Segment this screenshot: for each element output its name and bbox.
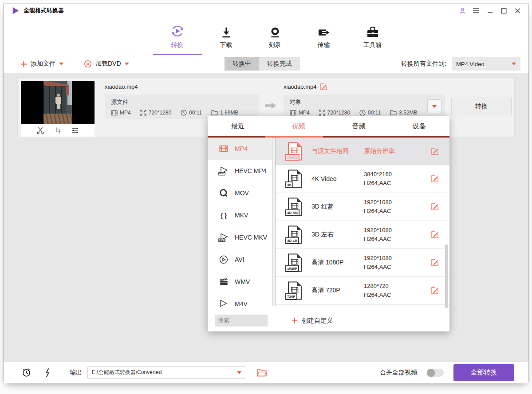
output-format-select[interactable]: MP4 Video xyxy=(452,57,520,71)
crop-icon[interactable] xyxy=(54,127,61,134)
preset-resolution: 1920*1080 xyxy=(364,198,422,207)
format-label: MOV xyxy=(235,189,249,197)
nav-tab-download[interactable]: 下载 xyxy=(207,17,245,55)
close-icon[interactable] xyxy=(512,6,522,15)
format-item-mp4[interactable]: MP4 xyxy=(208,138,272,160)
menu-icon[interactable] xyxy=(471,6,481,15)
output-path-input[interactable] xyxy=(89,370,237,376)
video-thumbnail[interactable] xyxy=(21,81,95,137)
format-icon xyxy=(218,299,229,309)
nav-tab-transfer[interactable]: 传输 xyxy=(305,17,343,55)
thumbnail-toolbar xyxy=(21,124,95,137)
format-item-wmv[interactable]: WMV xyxy=(208,271,272,293)
preset-item[interactable]: 3D LR 3D 左右 1920*1080 H264,AAC xyxy=(276,221,449,249)
format-label: AVI xyxy=(235,256,244,263)
format-item-avi[interactable]: AVI xyxy=(208,248,272,271)
tab-converting[interactable]: 转换中 xyxy=(225,57,259,71)
app-window: 全能格式转换器 xyxy=(3,4,529,382)
format-label: MKV xyxy=(235,212,248,219)
format-dropdown-button[interactable] xyxy=(427,99,441,113)
preset-badge: 3D RB xyxy=(285,209,299,216)
convert-all-to-label: 转换所有文件到: xyxy=(401,60,446,68)
maximize-icon[interactable] xyxy=(499,6,508,15)
trim-scissors-icon[interactable] xyxy=(36,126,44,134)
format-icon xyxy=(218,188,229,198)
minimize-icon[interactable] xyxy=(485,6,495,15)
edit-preset-icon[interactable] xyxy=(431,231,439,239)
folder-icon xyxy=(211,110,218,115)
panel-tab-audio[interactable]: 音频 xyxy=(329,116,389,136)
transfer-icon xyxy=(317,24,331,39)
format-list-column: MP4 HEVC HEVC MP4 MOV { } MKV HEVC HEVC … xyxy=(208,138,276,310)
edit-preset-icon[interactable] xyxy=(431,175,439,183)
add-files-label: 添加文件 xyxy=(31,60,55,68)
preset-badge: 3D LR xyxy=(285,237,299,244)
preset-item[interactable]: 1080P 高清 1080P 1920*1080 H264,AAC xyxy=(276,249,449,277)
edit-preset-icon[interactable] xyxy=(431,287,439,295)
format-item-hevc-mkv[interactable]: HEVC HEVC MKV xyxy=(208,226,272,248)
format-icon xyxy=(218,143,229,154)
photo xyxy=(43,81,72,124)
target-title: 对象 xyxy=(290,98,439,106)
filters-icon[interactable] xyxy=(71,127,79,134)
preset-name: 3D 左右 xyxy=(311,231,364,239)
preset-file-icon: 3D LR xyxy=(287,225,303,244)
preset-item[interactable]: 720P 高清 720P 1280*720 H264,AAC xyxy=(276,277,449,305)
preset-codec: H264,AAC xyxy=(364,263,422,272)
preset-item[interactable]: 3D RB 3D 红蓝 1920*1080 H264,AAC xyxy=(276,193,449,221)
panel-tab-device[interactable]: 设备 xyxy=(389,116,449,136)
format-item-m4v[interactable]: M4V xyxy=(208,293,272,310)
main-nav: 转换 下载 刻录 传输 工具箱 xyxy=(4,17,528,55)
source-file-name: xiaodao.mp4 xyxy=(105,83,138,90)
target-resolution: 720*1280 xyxy=(327,110,350,116)
create-custom-button[interactable]: 创建自定义 xyxy=(292,317,333,325)
load-dvd-button[interactable]: 加载DVD xyxy=(84,60,129,68)
caret-down-icon xyxy=(432,105,437,108)
preset-resolution: 1280*720 xyxy=(364,282,422,291)
preset-badge: source xyxy=(285,154,299,161)
rename-edit-icon[interactable] xyxy=(320,83,327,91)
edit-preset-icon[interactable] xyxy=(431,259,439,267)
preset-file-icon: 4K xyxy=(287,169,303,188)
convert-all-button[interactable]: 全部转换 xyxy=(453,364,514,381)
preset-item[interactable]: 4K 4K Video 3840*2160 H264,AAC xyxy=(276,165,449,193)
edit-preset-icon[interactable] xyxy=(431,203,439,211)
caret-down-icon xyxy=(512,63,516,65)
target-format: MP4 xyxy=(299,110,310,116)
nav-tab-convert[interactable]: 转换 xyxy=(158,17,197,55)
user-icon[interactable] xyxy=(457,6,467,15)
preset-scrollbar-thumb[interactable] xyxy=(445,244,448,308)
search-input[interactable] xyxy=(215,315,268,327)
merge-toggle[interactable] xyxy=(427,369,444,377)
preset-item[interactable]: source 与源文件相同 原始分辨率 xyxy=(276,138,449,165)
source-size: 1.69MB xyxy=(220,110,238,116)
svg-text:HEVC: HEVC xyxy=(219,239,225,241)
schedule-alarm-icon[interactable] xyxy=(21,367,32,378)
output-path-select[interactable] xyxy=(87,366,246,379)
tab-converted[interactable]: 转换完成 xyxy=(259,57,300,71)
format-icon xyxy=(218,276,229,287)
open-folder-icon[interactable] xyxy=(257,369,267,377)
format-item-mov[interactable]: MOV xyxy=(208,182,272,204)
add-files-button[interactable]: 添加文件 xyxy=(20,60,63,68)
panel-tab-video[interactable]: 视频 xyxy=(268,116,328,136)
clock-icon xyxy=(181,110,187,116)
format-panel-tabs: 最近 视频 音频 设备 xyxy=(208,116,449,136)
app-logo-icon xyxy=(12,7,20,15)
nav-tab-toolbox[interactable]: 工具箱 xyxy=(354,17,392,55)
preset-codec: H264,AAC xyxy=(364,291,422,299)
format-list-scrollbar[interactable] xyxy=(272,138,276,306)
edit-preset-icon[interactable] xyxy=(431,147,439,155)
target-column: xiaodao.mp4 对象 MP4 720*1280 00:11 3.52MB xyxy=(284,83,445,119)
high-speed-bolt-icon[interactable] xyxy=(44,367,51,378)
divider xyxy=(38,367,38,378)
nav-tab-burn[interactable]: 刻录 xyxy=(256,17,294,55)
source-title: 源文件 xyxy=(111,98,252,106)
convert-row-button[interactable]: 转换 xyxy=(451,98,512,115)
toolbox-icon xyxy=(366,24,379,39)
load-dvd-label: 加载DVD xyxy=(95,60,121,68)
panel-tab-recent[interactable]: 最近 xyxy=(208,116,268,136)
format-item-hevc-mp4[interactable]: HEVC HEVC MP4 xyxy=(208,160,272,182)
format-item-mkv[interactable]: { } MKV xyxy=(208,204,272,226)
preset-badge: 720P xyxy=(285,293,297,300)
